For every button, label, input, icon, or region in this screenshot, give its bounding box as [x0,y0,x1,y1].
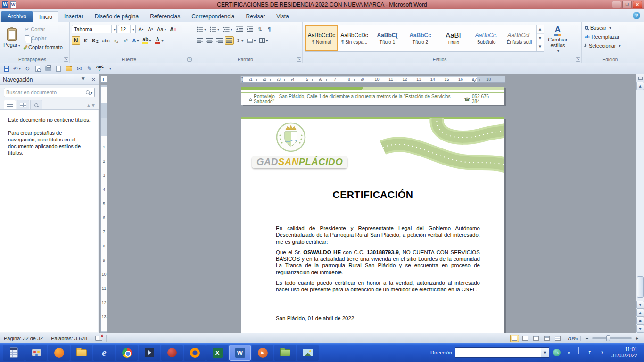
styles-gallery-expand[interactable]: ▼ [537,42,544,51]
tab-insertar[interactable]: Insertar [58,11,89,22]
select-button[interactable]: Seleccionar [584,41,641,50]
horizontal-ruler[interactable]: 123456789101112131415161718 ▾ ▴ ▴ [240,76,505,83]
tab-vista[interactable]: Vista [271,11,294,22]
file-folder-icon[interactable] [71,345,92,361]
styles-dialog-launcher[interactable] [576,57,580,62]
cut-button[interactable]: Cortar [23,25,64,33]
replace-button[interactable]: abReemplazar [584,33,641,41]
next-result-button[interactable]: ▼ [92,103,95,107]
highlight-button[interactable]: ab [141,36,152,45]
underline-button[interactable]: S [91,36,99,45]
word-count-indicator[interactable]: Palabras: 3.628 [47,335,91,342]
document-page-1[interactable]: Portoviejo - San Plácido, Calle 1 de dic… [241,87,504,105]
select-browse-object-button[interactable]: ● [636,317,644,325]
style-titulo-2[interactable]: AaBbCcTítulo 2 [404,25,437,51]
close-button[interactable] [633,1,642,8]
align-left-button[interactable] [195,36,204,45]
superscript-button[interactable]: x² [121,36,130,45]
document-search-box[interactable] [4,88,95,97]
tab-revisar[interactable]: Revisar [240,11,271,22]
sort-button[interactable] [256,25,264,33]
internet-explorer-icon[interactable]: e [93,345,115,361]
chrome-icon[interactable] [116,345,138,361]
tab-diseno-de-pagina[interactable]: Diseño de página [89,11,144,22]
clear-formatting-button[interactable]: A [168,25,178,33]
decrease-indent-button[interactable] [235,25,244,33]
tab-referencias[interactable]: Referencias [144,11,186,22]
deskband-chevron-button[interactable]: » [564,348,574,357]
multilevel-list-button[interactable] [222,25,234,33]
copy-button[interactable]: Copiar [23,34,64,42]
outline-view-button[interactable] [543,335,552,342]
proofing-status[interactable] [91,335,107,342]
zoom-in-button[interactable]: + [634,335,640,342]
bold-button[interactable]: N [72,36,80,45]
print-preview-button[interactable] [33,64,42,73]
tab-stop-selector[interactable]: L [100,76,107,83]
numbering-button[interactable] [208,25,221,33]
styles-scroll-up[interactable]: ▲ [537,25,544,34]
fullscreen-reading-view-button[interactable] [521,335,530,342]
firefox-icon[interactable] [184,345,206,361]
page-indicator[interactable]: Página: 32 de 32 [0,335,47,342]
navigation-pane-menu[interactable]: ▼ [82,76,85,82]
shading-button[interactable] [246,36,257,45]
media-player-icon[interactable]: ▶ [252,345,273,361]
quick-edit-button[interactable]: ✎ [85,64,94,73]
tray-grip[interactable] [578,347,580,358]
tab-correspondencia[interactable]: Correspondencia [186,11,240,22]
right-indent-marker[interactable]: ▴ [474,79,476,83]
taskbar-clock[interactable]: 11:01 31/03/2022 [610,346,641,359]
search-input[interactable] [6,90,86,95]
save-button[interactable] [2,64,11,73]
browse-pages-tab[interactable] [17,100,29,109]
address-input[interactable] [455,348,541,357]
font-dialog-launcher[interactable] [187,57,192,62]
minimize-button[interactable] [612,1,621,8]
format-painter-button[interactable]: Copiar formato [23,43,64,51]
justify-button[interactable] [225,36,234,45]
deskband-grip[interactable] [424,347,426,358]
align-center-button[interactable] [205,36,214,45]
spelling-button[interactable]: ABC [95,64,105,73]
scroll-down-button[interactable]: ▼ [636,301,644,309]
undo-button[interactable]: ↶ [12,64,22,73]
bullets-button[interactable] [195,25,207,33]
document-page-2[interactable]: GADSANPLÁCIDO CERTIFICACIÓN En calidad d… [241,117,504,333]
font-color-button[interactable]: A [153,36,165,45]
scroll-up-button[interactable]: ▲ [636,82,644,90]
dark-app-icon[interactable] [139,345,160,361]
paragraph-dialog-launcher[interactable] [297,57,301,62]
web-layout-view-button[interactable] [532,335,541,342]
browse-results-tab[interactable] [30,100,42,109]
email-button[interactable]: ✉ [74,64,84,73]
paint-icon[interactable] [25,345,47,361]
style-subtitulo[interactable]: AaBbCc.Subtítulo [470,25,503,51]
line-spacing-button[interactable] [235,36,245,45]
style-enfasis-sutil[interactable]: AaBbCcLÉnfasis sutil [503,25,536,51]
draft-view-button[interactable] [553,335,562,342]
zoom-level[interactable]: 70% [564,336,581,341]
strikethrough-button[interactable]: abc [100,36,111,45]
style-titulo[interactable]: AaBITítulo [437,25,470,51]
word-taskbar-icon[interactable]: W [229,345,251,361]
subscript-button[interactable]: x₂ [112,36,120,45]
new-document-button[interactable] [54,64,63,73]
zoom-slider-thumb[interactable] [606,335,610,341]
grow-font-button[interactable]: A▴ [137,25,145,33]
ruler-toggle-button[interactable] [636,74,644,82]
green-folder-icon[interactable] [274,345,296,361]
search-magnifier-icon[interactable] [86,90,90,94]
scrollbar-track[interactable] [636,90,644,301]
find-button[interactable]: Buscar [584,24,641,32]
style-sin-espaciado[interactable]: AaBbCcDc¶ Sin espa... [338,25,371,51]
tab-inicio[interactable]: Inicio [33,11,58,22]
help-icon[interactable] [633,12,640,19]
scrollbar-thumb[interactable] [637,276,644,298]
show-paragraph-marks-button[interactable] [265,25,273,33]
text-effects-button[interactable]: A [131,36,140,45]
font-family-combo[interactable]: Tahoma [72,25,117,33]
font-size-combo[interactable]: 12 [118,25,136,33]
address-dropdown-button[interactable]: ▼ [541,348,549,357]
italic-button[interactable]: K [81,36,90,45]
